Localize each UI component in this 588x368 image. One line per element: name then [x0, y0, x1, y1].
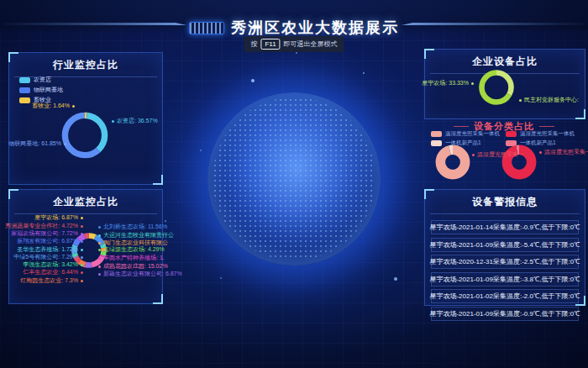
chart-label: 星宇农场: 6.87% [34, 213, 83, 222]
brand: 秀洲区农业大数据展示 [189, 18, 399, 38]
chart-label: 农资店: 36.57% [112, 117, 158, 125]
panel-industry-monitor: 行业监控占比 农资店 物联网基地 畜牧业 畜牧业: 1.64% 农资店: 36.… [8, 52, 163, 185]
header-bar: 秀洲区农业大数据展示 按 F11 即可退出全屏模式 [0, 0, 588, 34]
globe [207, 92, 381, 265]
fullscreen-hint: 按 F11 即可退出全屏模式 [244, 36, 344, 52]
alarm-list: 星宇农场-2021-01-14采集温度:-0.9℃,低于下限:0℃ 星宇农场-2… [431, 220, 579, 321]
chart-label: 物联网基地: 61.85% [8, 139, 66, 148]
legend-item[interactable]: 温湿度光照采集一体机 [506, 130, 575, 138]
chart-label: 星宇农场: 33.33% [422, 79, 474, 87]
legend-swatch [19, 97, 30, 103]
chart-label: 温湿度光照采集一 [472, 150, 524, 159]
alarm-row: 星宇农场-2021-01-02采集温度:-2.0℃,低于下限:0℃ [431, 289, 579, 303]
legend-swatch [431, 131, 442, 137]
decor-dots [0, 0, 2, 2]
dashboard-root: 秀洲区农业大数据展示 按 F11 即可退出全屏模式 行业监控占比 农资店 物联网… [0, 0, 588, 368]
alarm-row: 星宇农场-2021-01-09采集温度:-3.8℃,低于下限:0℃ [431, 272, 579, 287]
page-title: 秀洲区农业大数据展示 [231, 18, 399, 38]
chart-label: 温湿度光照采集一 [539, 148, 588, 156]
panel-enterprise-monitor: 企业监控占比 星宇农场: 6.87% 秀洲蔬菜专业合作社: 4.72% 家福农场… [8, 189, 163, 304]
chart-label: 北刘桥生态农场: 11.56% [98, 223, 167, 231]
chart-label: 丰圆水产特种养殖场: 1. [98, 254, 165, 262]
legend-label: 农资店 [34, 76, 51, 84]
chart-label: 民主村党群服务中心: [519, 96, 579, 104]
legend-swatch [19, 87, 30, 93]
panel-title: 设备警报信息 [430, 190, 580, 214]
panel-title: 行业监控占比 [14, 53, 157, 77]
hint-suffix: 即可退出全屏模式 [284, 39, 338, 49]
legend-item[interactable]: 温湿度光照采集一体机 [431, 130, 500, 138]
panel-title: 企业监控占比 [14, 190, 157, 214]
legend-item[interactable]: 农资店 [19, 76, 51, 84]
chart-label: 嘉绿源生态农场: 4.29% [98, 245, 165, 254]
alarm-row: 星宇农场-2021-01-09采集温度:-0.9℃,低于下限:0℃ [431, 307, 579, 321]
legend-item[interactable]: 物联网基地 [19, 86, 63, 94]
category-donut-chart-left[interactable] [434, 144, 471, 181]
legend-label: 温湿度光照采集一体机 [520, 130, 575, 138]
industry-donut-chart[interactable] [59, 109, 111, 161]
legend-label: 温湿度光照采集一体机 [445, 130, 500, 138]
chart-label: 仁丰生态农业: 6.44% [23, 268, 83, 276]
alarm-row: 星宇农场-2021-01-09采集温度:-5.4℃,低于下限:0℃ [431, 238, 579, 252]
hint-prefix: 按 [250, 39, 257, 49]
panel-device-alarms: 设备警报信息 星宇农场-2021-01-14采集温度:-0.9℃,低于下限:0℃… [424, 189, 585, 306]
panel-enterprise-device: 企业设备占比 星宇农场: 33.33% 民主村党群服务中心: [424, 49, 585, 119]
brand-logo [189, 22, 224, 34]
chart-label: 新颖生态农业有限公司: 6.87% [98, 270, 182, 278]
alarm-row: 星宇农场-2021-01-14采集温度:-0.9℃,低于下限:0℃ [431, 220, 579, 234]
f11-key-badge: F11 [260, 39, 280, 50]
legend-label: 物联网基地 [34, 86, 63, 94]
alarm-row: 星宇农场-2020-12-31采集温度:-2.5℃,低于下限:0℃ [431, 255, 579, 269]
section-device-category: 设备分类占比 温湿度光照采集一体机 一体机新产品1 温湿度光照采集一体机 一体机… [424, 118, 584, 187]
legend-swatch [19, 77, 30, 83]
chart-label: 红梅园生态农业: 7.3% [20, 276, 83, 285]
chart-label: 畜牧业: 1.64% [32, 102, 75, 110]
category-donut-chart-right[interactable] [501, 144, 538, 181]
chart-label: 振翔发有限公司: 6.87% [17, 237, 83, 245]
device-donut-chart[interactable] [477, 68, 516, 107]
legend-swatch [506, 131, 517, 137]
